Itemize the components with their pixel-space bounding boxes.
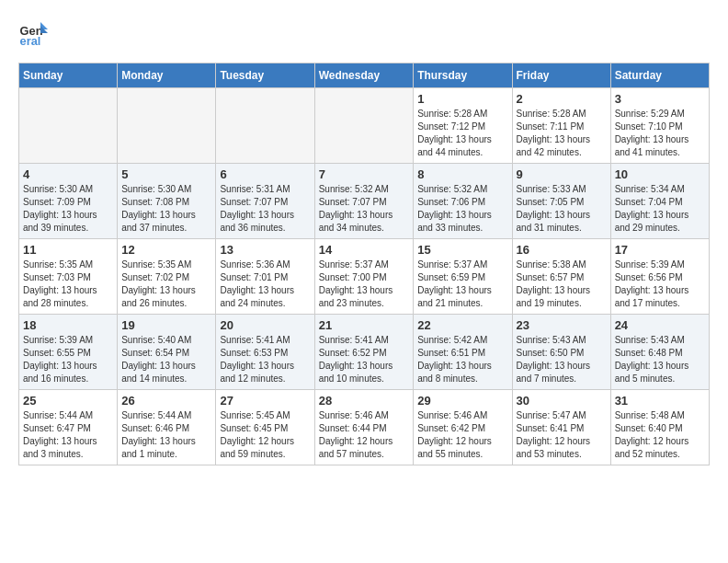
daylight-label: Daylight: 13 hours and 14 minutes. <box>121 361 196 384</box>
day-info: Sunrise: 5:45 AMSunset: 6:45 PMDaylight:… <box>220 409 310 461</box>
day-number: 1 <box>417 92 507 106</box>
day-header-saturday: Saturday <box>610 63 709 88</box>
day-number: 22 <box>417 318 507 332</box>
daylight-label: Daylight: 12 hours and 55 minutes. <box>417 436 492 459</box>
day-cell-24: 24Sunrise: 5:43 AMSunset: 6:48 PMDayligh… <box>610 315 709 390</box>
sunset-label: Sunset: 7:11 PM <box>517 121 585 132</box>
day-header-thursday: Thursday <box>414 63 512 88</box>
day-info: Sunrise: 5:33 AMSunset: 7:05 PMDaylight:… <box>517 183 607 235</box>
daylight-label: Daylight: 13 hours and 26 minutes. <box>121 285 196 308</box>
sunrise-label: Sunrise: 5:42 AM <box>417 335 487 345</box>
daylight-label: Daylight: 13 hours and 33 minutes. <box>417 210 492 233</box>
sunset-label: Sunset: 6:54 PM <box>121 348 189 358</box>
day-info: Sunrise: 5:37 AMSunset: 6:59 PMDaylight:… <box>417 259 507 310</box>
daylight-label: Daylight: 13 hours and 42 minutes. <box>517 134 591 157</box>
sunset-label: Sunset: 6:41 PM <box>517 423 585 433</box>
sunrise-label: Sunrise: 5:29 AM <box>615 109 685 119</box>
day-cell-10: 10Sunrise: 5:34 AMSunset: 7:04 PMDayligh… <box>610 164 709 239</box>
day-info: Sunrise: 5:34 AMSunset: 7:04 PMDaylight:… <box>615 183 705 235</box>
svg-text:eral: eral <box>20 34 41 48</box>
day-cell-3: 3Sunrise: 5:29 AMSunset: 7:10 PMDaylight… <box>610 88 709 164</box>
empty-cell <box>19 88 118 164</box>
day-info: Sunrise: 5:47 AMSunset: 6:41 PMDaylight:… <box>517 409 607 461</box>
day-number: 28 <box>319 394 410 408</box>
day-number: 5 <box>121 167 211 181</box>
day-header-sunday: Sunday <box>19 63 118 88</box>
day-cell-16: 16Sunrise: 5:38 AMSunset: 6:57 PMDayligh… <box>512 239 610 315</box>
day-cell-18: 18Sunrise: 5:39 AMSunset: 6:55 PMDayligh… <box>19 315 118 390</box>
daylight-label: Daylight: 13 hours and 7 minutes. <box>517 361 591 384</box>
sunset-label: Sunset: 7:06 PM <box>417 197 485 207</box>
calendar-week-5: 25Sunrise: 5:44 AMSunset: 6:47 PMDayligh… <box>19 390 710 465</box>
logo: Gen eral <box>18 18 51 48</box>
day-number: 25 <box>23 394 113 408</box>
sunset-label: Sunset: 7:01 PM <box>220 272 288 282</box>
sunrise-label: Sunrise: 5:35 AM <box>23 259 93 270</box>
logo-icon: Gen eral <box>18 18 48 48</box>
sunset-label: Sunset: 7:08 PM <box>121 197 189 207</box>
day-header-monday: Monday <box>118 63 216 88</box>
sunset-label: Sunset: 7:07 PM <box>220 197 288 207</box>
daylight-label: Daylight: 13 hours and 1 minute. <box>121 436 196 459</box>
calendar-week-1: 1Sunrise: 5:28 AMSunset: 7:12 PMDaylight… <box>19 88 710 164</box>
daylight-label: Daylight: 13 hours and 3 minutes. <box>23 436 97 459</box>
calendar-header-row: SundayMondayTuesdayWednesdayThursdayFrid… <box>19 63 710 88</box>
day-cell-4: 4Sunrise: 5:30 AMSunset: 7:09 PMDaylight… <box>19 164 118 239</box>
day-number: 31 <box>615 394 705 408</box>
sunset-label: Sunset: 7:00 PM <box>319 272 387 282</box>
day-number: 9 <box>517 167 607 181</box>
daylight-label: Daylight: 13 hours and 28 minutes. <box>23 285 97 308</box>
sunset-label: Sunset: 6:56 PM <box>615 272 683 282</box>
day-info: Sunrise: 5:41 AMSunset: 6:52 PMDaylight:… <box>319 334 410 385</box>
sunset-label: Sunset: 6:44 PM <box>319 423 387 433</box>
day-cell-25: 25Sunrise: 5:44 AMSunset: 6:47 PMDayligh… <box>19 390 118 465</box>
sunrise-label: Sunrise: 5:41 AM <box>319 335 389 345</box>
day-cell-31: 31Sunrise: 5:48 AMSunset: 6:40 PMDayligh… <box>610 390 709 465</box>
sunset-label: Sunset: 6:59 PM <box>417 272 485 282</box>
day-number: 19 <box>121 318 211 332</box>
sunrise-label: Sunrise: 5:48 AM <box>615 410 685 420</box>
day-info: Sunrise: 5:35 AMSunset: 7:03 PMDaylight:… <box>23 259 113 310</box>
sunset-label: Sunset: 6:57 PM <box>517 272 585 282</box>
day-cell-28: 28Sunrise: 5:46 AMSunset: 6:44 PMDayligh… <box>314 390 414 465</box>
day-number: 18 <box>23 318 113 332</box>
day-info: Sunrise: 5:32 AMSunset: 7:06 PMDaylight:… <box>417 183 507 235</box>
day-cell-8: 8Sunrise: 5:32 AMSunset: 7:06 PMDaylight… <box>414 164 512 239</box>
daylight-label: Daylight: 13 hours and 23 minutes. <box>319 285 393 308</box>
sunrise-label: Sunrise: 5:45 AM <box>220 410 290 420</box>
daylight-label: Daylight: 12 hours and 59 minutes. <box>220 436 294 459</box>
day-cell-13: 13Sunrise: 5:36 AMSunset: 7:01 PMDayligh… <box>216 239 314 315</box>
sunset-label: Sunset: 6:45 PM <box>220 423 288 433</box>
sunset-label: Sunset: 7:03 PM <box>23 272 91 282</box>
day-number: 24 <box>615 318 705 332</box>
daylight-label: Daylight: 13 hours and 24 minutes. <box>220 285 294 308</box>
sunrise-label: Sunrise: 5:28 AM <box>517 109 586 119</box>
day-number: 15 <box>417 243 507 257</box>
day-number: 29 <box>417 394 507 408</box>
calendar-table: SundayMondayTuesdayWednesdayThursdayFrid… <box>18 63 710 465</box>
day-number: 12 <box>121 243 211 257</box>
sunrise-label: Sunrise: 5:30 AM <box>23 184 93 194</box>
day-header-friday: Friday <box>512 63 610 88</box>
day-info: Sunrise: 5:40 AMSunset: 6:54 PMDaylight:… <box>121 334 211 385</box>
day-info: Sunrise: 5:44 AMSunset: 6:47 PMDaylight:… <box>23 409 113 461</box>
day-number: 3 <box>615 92 705 106</box>
sunset-label: Sunset: 6:42 PM <box>417 423 485 433</box>
day-info: Sunrise: 5:43 AMSunset: 6:50 PMDaylight:… <box>517 334 607 385</box>
day-number: 8 <box>417 167 507 181</box>
daylight-label: Daylight: 13 hours and 36 minutes. <box>220 210 294 233</box>
sunset-label: Sunset: 6:50 PM <box>517 348 585 358</box>
day-cell-11: 11Sunrise: 5:35 AMSunset: 7:03 PMDayligh… <box>19 239 118 315</box>
sunrise-label: Sunrise: 5:43 AM <box>517 335 586 345</box>
sunset-label: Sunset: 7:09 PM <box>23 197 91 207</box>
day-info: Sunrise: 5:37 AMSunset: 7:00 PMDaylight:… <box>319 259 410 310</box>
day-cell-26: 26Sunrise: 5:44 AMSunset: 6:46 PMDayligh… <box>118 390 216 465</box>
day-number: 7 <box>319 167 410 181</box>
empty-cell <box>118 88 216 164</box>
daylight-label: Daylight: 13 hours and 10 minutes. <box>319 361 393 384</box>
daylight-label: Daylight: 13 hours and 12 minutes. <box>220 361 294 384</box>
day-cell-12: 12Sunrise: 5:35 AMSunset: 7:02 PMDayligh… <box>118 239 216 315</box>
sunset-label: Sunset: 7:04 PM <box>615 197 683 207</box>
sunset-label: Sunset: 7:05 PM <box>517 197 585 207</box>
sunset-label: Sunset: 6:52 PM <box>319 348 387 358</box>
